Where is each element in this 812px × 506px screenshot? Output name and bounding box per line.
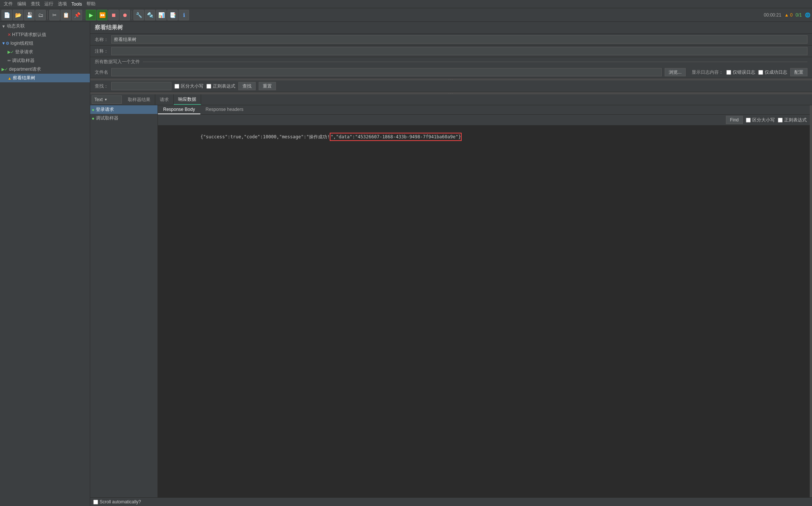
sidebar-item-login-group[interactable]: ▼⚙ login线程组 [0, 39, 90, 48]
results-container: Text 取样器结果 请求 响应数据 [90, 92, 812, 506]
toolbar-sep2 [84, 11, 84, 20]
browse-button[interactable]: 浏览... [665, 68, 686, 76]
menu-run[interactable]: 运行 [43, 1, 55, 7]
case-sensitive-checkbox[interactable] [174, 84, 179, 89]
toolbar-cut-btn[interactable]: ✂ [49, 10, 60, 20]
toolbar-ratio: 0/1 [795, 12, 802, 18]
file-section-row: 所有数据写入一个文件 [90, 57, 812, 67]
sidebar-item-label: department请求 [9, 66, 41, 73]
response-pane: Response Body Response headers Find [158, 105, 810, 497]
result-tree-item-login[interactable]: ● 登录请求 [90, 105, 158, 114]
sidebar-item-view-results[interactable]: ▲ 察看结果树 [0, 74, 90, 82]
tab-sampler-results[interactable]: 取样器结果 [123, 94, 155, 105]
sidebar-item-label: 登录请求 [15, 49, 33, 55]
sidebar-item-http-default[interactable]: ✕ HTTP请求默认值 [0, 30, 90, 39]
toolbar-sep1 [47, 11, 48, 20]
response-case-checkbox[interactable] [746, 118, 751, 123]
x-icon: ✕ [8, 32, 11, 37]
toolbar-open-btn[interactable]: 📂 [13, 10, 23, 20]
toolbar-start-no-pause-btn[interactable]: ⏩ [97, 10, 108, 20]
response-text-highlighted: ","data":"45326607-1868-433b-9498-7f941b… [330, 133, 462, 141]
sidebar-item-login-req[interactable]: ▶✓ 登录请求 [0, 48, 90, 56]
regex-label[interactable]: 正则表达式 [206, 83, 235, 89]
content-area: 察看结果树 名称： 注释： 所有数据写入一个文件 文件名 浏览... 显示日志内… [90, 22, 812, 506]
search-row: 查找： 区分大小写 正则表达式 查找 重置 [90, 80, 812, 92]
menu-tools[interactable]: Tools [70, 2, 83, 7]
split-pane: ● 登录请求 ● 调试取样器 Response Body [90, 105, 812, 497]
toolbar-save-btn[interactable]: 💾 [24, 10, 35, 20]
tab-bar: 取样器结果 请求 响应数据 [123, 94, 812, 105]
toolbar-help-btn[interactable]: ℹ [179, 10, 189, 20]
menu-help[interactable]: 帮助 [85, 1, 97, 7]
reset-button[interactable]: 重置 [259, 82, 276, 90]
config-button[interactable]: 配置 [790, 68, 807, 76]
toolbar-start-btn[interactable]: ▶ [86, 10, 96, 20]
result-tree-item-debug[interactable]: ● 调试取样器 [90, 114, 158, 123]
toolbar-shutdown-btn[interactable]: ⏺ [120, 10, 130, 20]
text-selector[interactable]: Text [92, 95, 122, 104]
sidebar-item-dynamic-link[interactable]: ▼ 动态关联 [0, 22, 90, 30]
toolbar-remote-icon: 🌐 [805, 12, 810, 18]
sidebar: ▼ 动态关联 ✕ HTTP请求默认值 ▼⚙ login线程组 ▶✓ 登录请求 ✏… [0, 22, 90, 506]
toolbar-stop-btn[interactable]: ⏹ [108, 10, 119, 20]
err-only-label[interactable]: 仅错误日志 [726, 69, 755, 76]
toolbar-paste-btn[interactable]: 📌 [72, 10, 82, 20]
menu-find[interactable]: 查找 [29, 1, 41, 7]
comment-label: 注释： [95, 48, 108, 55]
response-body: Find 区分大小写 正则表达式 {"s [158, 115, 810, 497]
toolbar-copy-btn[interactable]: 📋 [61, 10, 71, 20]
search-input[interactable] [111, 82, 171, 90]
toolbar-time: 00:00:21 [764, 12, 782, 18]
panel-title: 察看结果树 [90, 22, 812, 34]
toolbar-clear-btn[interactable]: 🔧 [133, 10, 144, 20]
response-text-before: {"success":true,"code":10000,"message":"… [200, 134, 330, 139]
success-only-checkbox[interactable] [758, 70, 763, 75]
sidebar-item-label: login线程组 [11, 40, 33, 47]
scroll-auto-checkbox[interactable] [93, 500, 98, 504]
case-sensitive-label[interactable]: 区分大小写 [174, 83, 203, 89]
response-tab-headers[interactable]: Response headers [200, 105, 249, 114]
sidebar-item-label: 察看结果树 [13, 75, 35, 81]
sidebar-item-debug-sampler[interactable]: ✏ 调试取样器 [0, 56, 90, 65]
file-section-line [143, 62, 807, 62]
toolbar-status: 00:00:21 ▲ 0 0/1 🌐 [764, 12, 810, 18]
menu-options[interactable]: 选项 [56, 1, 68, 7]
sidebar-item-label: HTTP请求默认值 [12, 32, 46, 38]
success-icon: ● [92, 116, 94, 121]
comment-input[interactable] [111, 47, 807, 55]
name-input[interactable] [111, 35, 807, 44]
err-only-checkbox[interactable] [726, 70, 731, 75]
menu-edit[interactable]: 编辑 [16, 1, 28, 7]
check-icon: ▶✓ [8, 50, 14, 55]
toolbar-clear-all-btn[interactable]: 🔩 [145, 10, 155, 20]
result-tree-pane: ● 登录请求 ● 调试取样器 [90, 105, 158, 497]
search-label: 查找： [95, 83, 108, 89]
resize-vertical[interactable] [810, 105, 812, 497]
filename-label: 文件名 [95, 69, 108, 76]
selector-tab-row: Text 取样器结果 请求 响应数据 [90, 94, 812, 105]
response-find-button[interactable]: Find [726, 116, 743, 124]
response-regex-checkbox[interactable] [778, 118, 783, 123]
regex-checkbox[interactable] [206, 84, 211, 89]
name-row: 名称： [90, 34, 812, 45]
pencil-icon: ✏ [8, 58, 11, 63]
gear-icon: ▼⚙ [2, 41, 9, 46]
sidebar-item-department-req[interactable]: ▶✓ department请求 [0, 65, 90, 74]
response-search-bar: Find 区分大小写 正则表达式 [158, 115, 810, 126]
success-only-label[interactable]: 仅成功日志 [758, 69, 787, 76]
toolbar-template-btn[interactable]: 📑 [167, 10, 178, 20]
find-button[interactable]: 查找 [238, 82, 256, 90]
filename-input[interactable] [111, 68, 662, 76]
toolbar: 📄 📂 💾 🗂 ✂ 📋 📌 ▶ ⏩ ⏹ ⏺ 🔧 🔩 📊 📑 ℹ 00:00:21… [0, 8, 812, 22]
response-tab-body[interactable]: Response Body [158, 105, 200, 114]
toolbar-saveas-btn[interactable]: 🗂 [35, 10, 46, 20]
menu-file[interactable]: 文件 [2, 1, 14, 7]
toolbar-new-btn[interactable]: 📄 [2, 10, 12, 20]
toolbar-function-helper-btn[interactable]: 📊 [156, 10, 167, 20]
response-case-label[interactable]: 区分大小写 [746, 117, 775, 123]
response-regex-label[interactable]: 正则表达式 [778, 117, 807, 123]
scroll-auto-label[interactable]: Scroll automatically? [93, 499, 141, 504]
tab-response-data[interactable]: 响应数据 [174, 94, 201, 105]
tab-request[interactable]: 请求 [155, 94, 174, 105]
response-tabs: Response Body Response headers [158, 105, 810, 115]
